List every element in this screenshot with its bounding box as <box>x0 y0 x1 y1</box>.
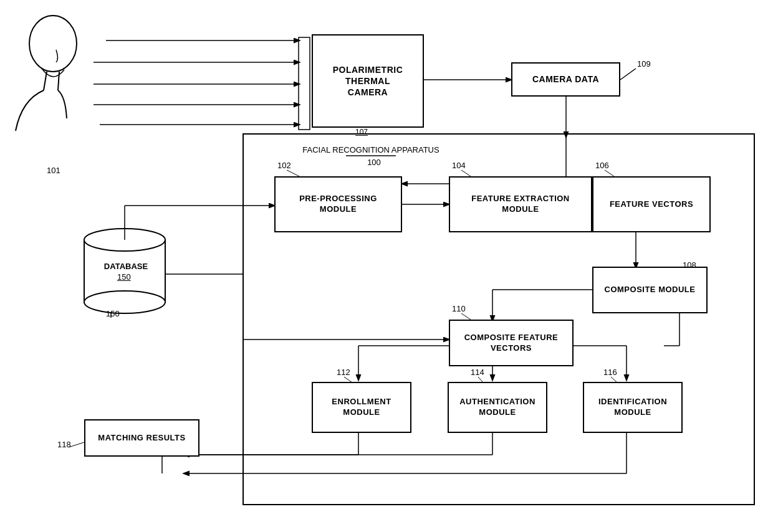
feature-extraction-box: FEATURE EXTRACTIONMODULE <box>449 176 592 232</box>
authentication-label: AUTHENTICATIONMODULE <box>459 397 535 418</box>
svg-line-57 <box>461 313 471 320</box>
composite-feature-vectors-box: COMPOSITE FEATUREVECTORS <box>449 320 574 366</box>
svg-text:104: 104 <box>452 161 466 170</box>
enrollment-box: ENROLLMENTMODULE <box>312 382 411 433</box>
identification-box: IDENTIFICATIONMODULE <box>583 382 683 433</box>
svg-text:100: 100 <box>367 158 381 167</box>
svg-rect-34 <box>84 240 165 302</box>
svg-line-53 <box>605 170 614 176</box>
svg-line-49 <box>287 170 299 176</box>
database-label: DATABASE <box>101 262 151 271</box>
svg-point-36 <box>84 291 165 313</box>
matching-results-label: MATCHING RESULTS <box>98 433 185 444</box>
preprocessing-label: PRE-PROCESSINGMODULE <box>299 194 377 215</box>
enrollment-label: ENROLLMENTMODULE <box>332 397 391 418</box>
svg-text:101: 101 <box>47 166 60 175</box>
matching-results-box: MATCHING RESULTS <box>84 419 199 457</box>
svg-point-35 <box>84 229 165 251</box>
svg-text:110: 110 <box>452 304 466 313</box>
camera-ref: 107 <box>355 128 368 136</box>
feature-vectors-label: FEATURE VECTORS <box>610 199 693 210</box>
svg-text:106: 106 <box>595 161 609 170</box>
composite-module-label: COMPOSITE MODULE <box>605 285 696 295</box>
feature-vectors-box: FEATURE VECTORS <box>592 176 711 232</box>
svg-text:114: 114 <box>471 368 484 377</box>
svg-line-43 <box>620 69 636 80</box>
svg-rect-8 <box>299 37 310 130</box>
authentication-box: AUTHENTICATIONMODULE <box>448 382 547 433</box>
composite-feature-vectors-label: COMPOSITE FEATUREVECTORS <box>464 333 559 354</box>
svg-line-51 <box>461 170 471 176</box>
camera-label: POLARIMETRICTHERMALCAMERA <box>333 64 403 98</box>
svg-text:118: 118 <box>57 440 71 449</box>
svg-text:112: 112 <box>337 368 350 377</box>
preprocessing-box: PRE-PROCESSINGMODULE <box>274 176 402 232</box>
svg-text:FACIAL RECOGNITION APPARATUS: FACIAL RECOGNITION APPARATUS <box>302 145 439 154</box>
svg-text:102: 102 <box>277 161 291 170</box>
identification-label: IDENTIFICATIONMODULE <box>598 397 667 418</box>
svg-text:109: 109 <box>637 59 651 69</box>
svg-line-2 <box>58 72 59 90</box>
camera-data-box: CAMERA DATA <box>511 62 620 97</box>
camera-data-label: CAMERA DATA <box>532 74 599 85</box>
svg-text:116: 116 <box>603 368 617 377</box>
composite-module-box: COMPOSITE MODULE <box>592 267 708 313</box>
camera-box: POLARIMETRICTHERMALCAMERA <box>312 34 424 128</box>
svg-text:150: 150 <box>106 309 120 318</box>
database-ref: 150 <box>117 272 131 282</box>
svg-line-65 <box>69 442 84 447</box>
feature-extraction-label: FEATURE EXTRACTIONMODULE <box>471 194 570 215</box>
svg-line-1 <box>44 72 47 90</box>
svg-point-0 <box>29 16 77 72</box>
